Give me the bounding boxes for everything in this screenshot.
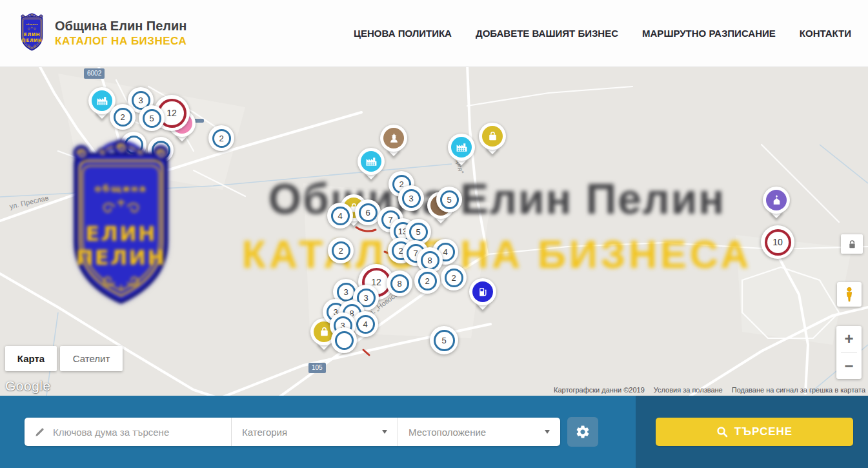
cluster-marker[interactable] xyxy=(331,327,357,353)
cluster-marker[interactable] xyxy=(148,137,174,163)
main-nav: ЦЕНОВА ПОЛИТИКА ДОБАВЕТЕ ВАШИЯТ БИЗНЕС М… xyxy=(354,28,851,39)
cluster-marker[interactable]: 2 xyxy=(414,268,440,294)
cluster-count: 5 xyxy=(441,336,446,345)
keyword-search-input[interactable] xyxy=(52,426,231,438)
category-pin[interactable] xyxy=(763,187,790,223)
markers-layer: 3122522356471351022478221283338435 xyxy=(0,67,868,396)
category-select[interactable]: Категория xyxy=(231,418,398,446)
advanced-search-button[interactable] xyxy=(567,417,598,447)
cluster-marker[interactable]: 3 xyxy=(398,185,424,211)
cluster-marker[interactable]: 10 xyxy=(761,225,794,259)
lock-icon xyxy=(847,239,858,250)
street-view-pegman[interactable] xyxy=(837,282,862,307)
search-bar: Категория Местоположение ТЪРСЕНЕ xyxy=(0,396,868,468)
cluster-marker[interactable]: 5 xyxy=(430,326,458,354)
svg-text:ЕЛИН: ЕЛИН xyxy=(24,32,40,37)
location-select-value: Местоположение xyxy=(409,427,486,438)
cluster-count: 2 xyxy=(120,112,125,122)
site-header: община ЕЛИН ПЕЛИН Община Елин Пелин КАТА… xyxy=(0,0,868,67)
zoom-control: + − xyxy=(836,326,862,379)
svg-text:община: община xyxy=(26,23,38,25)
category-pin[interactable] xyxy=(469,278,496,314)
pencil-icon xyxy=(34,427,45,438)
construction-worker-icon xyxy=(383,128,404,148)
municipality-emblem-icon: община ЕЛИН ПЕЛИН xyxy=(17,13,47,54)
cluster-marker[interactable]: 4 xyxy=(352,311,378,337)
keyword-field xyxy=(25,418,231,446)
category-pin[interactable] xyxy=(358,148,385,184)
cluster-count: 5 xyxy=(416,227,420,237)
svg-text:ПЕЛИН: ПЕЛИН xyxy=(22,37,43,43)
cluster-count: 2 xyxy=(451,273,456,283)
cluster-count: 10 xyxy=(772,237,783,247)
cluster-count: 6 xyxy=(365,208,370,218)
cluster-count: 4 xyxy=(443,247,447,257)
fuel-pump-icon xyxy=(472,281,493,302)
cluster-count: 3 xyxy=(409,194,413,203)
cluster-count: 5 xyxy=(447,195,451,205)
search-button[interactable]: ТЪРСЕНЕ xyxy=(656,418,853,446)
cluster-marker[interactable]: 8 xyxy=(387,270,412,296)
cluster-marker[interactable]: 2 xyxy=(441,265,467,290)
shopping-bag-icon xyxy=(482,126,503,147)
cluster-count: 2 xyxy=(338,246,343,256)
category-select-value: Категория xyxy=(242,427,287,438)
site-logo[interactable]: община ЕЛИН ПЕЛИН Община Елин Пелин КАТА… xyxy=(17,13,187,54)
pegman-icon xyxy=(843,286,855,303)
search-icon xyxy=(716,426,728,438)
cluster-count: 3 xyxy=(363,293,368,303)
cluster-marker[interactable]: 5 xyxy=(139,105,165,131)
report-map-error-link[interactable]: Подаване на сигнал за грешка в картата xyxy=(732,386,865,394)
category-pin[interactable] xyxy=(448,134,475,170)
zoom-out-button[interactable]: − xyxy=(836,353,862,380)
cluster-count: 3 xyxy=(138,96,143,105)
cluster-marker[interactable]: 2 xyxy=(208,125,234,151)
site-subtitle: КАТАЛОГ НА БИЗНЕСА xyxy=(55,35,187,48)
satellite-view-button[interactable]: Сателит xyxy=(60,346,123,371)
cluster-marker[interactable]: 5 xyxy=(436,187,462,212)
nav-route-schedule[interactable]: МАРШРУТНО РАЗПИСАНИЕ xyxy=(642,28,776,39)
cluster-count: 3 xyxy=(343,287,348,297)
google-logo[interactable]: Google xyxy=(5,378,51,394)
cluster-count: 2 xyxy=(219,134,223,143)
cluster-count: 4 xyxy=(338,211,342,221)
factory-icon xyxy=(92,90,112,111)
cluster-marker[interactable]: 4 xyxy=(327,203,353,229)
factory-icon xyxy=(361,151,381,172)
cluster-count: 12 xyxy=(371,277,381,287)
cluster-count: 8 xyxy=(397,279,401,289)
brand-text: Община Елин Пелин КАТАЛОГ НА БИЗНЕСА xyxy=(55,19,187,48)
zoom-in-button[interactable]: + xyxy=(836,326,862,352)
chevron-down-icon xyxy=(545,430,550,434)
gear-icon xyxy=(575,424,590,440)
cluster-marker[interactable]: 2 xyxy=(110,104,136,130)
cluster-count: 4 xyxy=(363,320,367,329)
search-field-group: Категория Местоположение xyxy=(25,418,560,446)
map-view-button[interactable]: Карта xyxy=(5,346,57,371)
nav-contacts[interactable]: КОНТАКТИ xyxy=(800,28,851,39)
cluster-count: 12 xyxy=(167,108,177,118)
category-pin[interactable] xyxy=(479,123,506,159)
cluster-marker[interactable]: 2 xyxy=(328,238,354,263)
chevron-down-icon xyxy=(382,430,387,434)
location-select[interactable]: Местоположение xyxy=(398,418,560,446)
map-data-copyright: Картографски данни ©2019 xyxy=(554,386,645,394)
church-icon xyxy=(766,190,787,210)
map-type-control: Карта Сателит xyxy=(5,346,123,371)
cluster-count: 2 xyxy=(425,276,429,286)
cluster-marker[interactable] xyxy=(121,132,146,158)
factory-icon xyxy=(451,137,472,158)
nav-add-business[interactable]: ДОБАВЕТЕ ВАШИЯТ БИЗНЕС xyxy=(476,28,618,39)
cluster-marker[interactable]: 6 xyxy=(355,199,381,225)
search-button-label: ТЪРСЕНЕ xyxy=(734,425,792,438)
cluster-count: 5 xyxy=(149,114,154,123)
map-attribution: Картографски данни ©2019 Условия за полз… xyxy=(554,386,865,394)
map-canvas[interactable]: 6002105ул. Преславбул. „Новоселция“ Общи… xyxy=(0,67,868,396)
site-title: Община Елин Пелин xyxy=(55,19,187,34)
terms-of-use-link[interactable]: Условия за ползване xyxy=(654,386,723,394)
lock-control[interactable] xyxy=(841,234,863,254)
cluster-count: 8 xyxy=(427,256,432,265)
nav-pricing-policy[interactable]: ЦЕНОВА ПОЛИТИКА xyxy=(354,28,452,39)
